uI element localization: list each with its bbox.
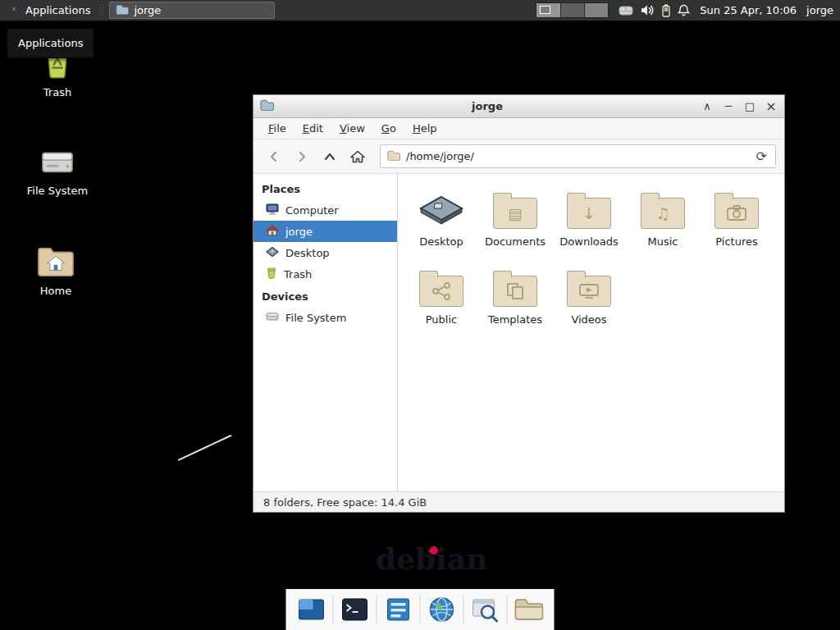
shade-button[interactable]: ∧ <box>701 100 714 113</box>
battery-icon[interactable] <box>662 4 670 17</box>
panel-clock[interactable]: Sun 25 Apr, 10:06 <box>700 4 797 16</box>
sidebar-item-trash[interactable]: Trash <box>253 263 397 285</box>
desktop-icon-home[interactable]: Home <box>16 240 95 297</box>
menu-file[interactable]: File <box>260 119 294 138</box>
devices-header: Devices <box>253 285 397 307</box>
sidebar-item-desktop[interactable]: Desktop <box>253 242 397 263</box>
file-folder-templates[interactable]: Templates <box>478 267 552 345</box>
menu-go[interactable]: Go <box>373 119 404 138</box>
file-grid: Desktop ▤ Documents ↓ Downloads ♫ Music <box>398 174 784 491</box>
dock-show-desktop-button[interactable] <box>293 589 331 630</box>
up-button[interactable] <box>317 144 342 169</box>
workspace-3[interactable] <box>584 3 608 17</box>
dock-terminal-button[interactable] <box>336 589 374 630</box>
home-folder-icon <box>36 240 75 279</box>
downloads-folder-icon: ↓ <box>567 189 611 231</box>
taskbar-window-button[interactable]: jorge <box>109 2 275 19</box>
top-panel: Applications jorge Sun 25 <box>0 0 840 21</box>
volume-icon[interactable] <box>641 4 655 16</box>
desktop-icon-label: File System <box>27 185 88 197</box>
sidebar-item-jorge[interactable]: jorge <box>253 221 397 242</box>
minimize-button[interactable]: ─ <box>722 100 735 113</box>
file-folder-pictures[interactable]: Pictures <box>700 189 774 267</box>
file-label: Public <box>426 313 457 326</box>
sidebar-item-label: Computer <box>285 204 339 217</box>
window-content: Places Computer jorge Desktop <box>253 174 784 491</box>
video-emblem-icon <box>578 283 600 299</box>
file-folder-downloads[interactable]: ↓ Downloads <box>552 189 626 267</box>
panel-username: jorge <box>806 4 833 16</box>
window-icon[interactable] <box>260 98 274 114</box>
templates-emblem-icon <box>505 282 525 300</box>
terminal-icon <box>340 595 370 624</box>
location-bar[interactable]: ⟳ <box>380 144 776 168</box>
back-button[interactable] <box>262 144 286 169</box>
statusbar: 8 folders, Free space: 14.4 GiB <box>253 491 784 512</box>
sidebar-item-computer[interactable]: Computer <box>253 199 397 221</box>
search-icon <box>471 595 500 624</box>
window-list-icon <box>385 595 413 624</box>
applications-tooltip-text: Applications <box>18 37 83 49</box>
workspace-switcher <box>536 2 609 18</box>
dock-separator <box>507 596 508 623</box>
file-folder-public[interactable]: Public <box>404 267 478 345</box>
window-titlebar[interactable]: jorge ∧ ─ □ × <box>253 95 784 118</box>
dock-file-manager-button[interactable] <box>510 589 548 630</box>
public-folder-icon <box>419 267 463 309</box>
dock-separator <box>463 596 464 623</box>
location-folder-icon <box>387 148 400 164</box>
applications-menu-button[interactable]: Applications <box>0 0 98 21</box>
sidebar-item-file-system[interactable]: File System <box>253 307 397 328</box>
touchpad-icon[interactable] <box>619 5 633 16</box>
maximize-button[interactable]: □ <box>743 100 756 113</box>
forward-button[interactable] <box>290 144 314 169</box>
dock-app-finder-button[interactable] <box>467 589 504 630</box>
file-folder-videos[interactable]: Videos <box>552 267 626 345</box>
menu-view[interactable]: View <box>331 119 373 138</box>
file-label: Desktop <box>419 235 463 248</box>
file-manager-window: jorge ∧ ─ □ × File Edit View Go Help <box>253 94 785 513</box>
dock-window-list-button[interactable] <box>380 589 418 630</box>
desktop-icon-file-system[interactable]: File System <box>18 139 97 197</box>
computer-icon <box>266 203 279 217</box>
file-label: Templates <box>488 313 542 326</box>
menu-help[interactable]: Help <box>404 119 445 138</box>
show-desktop-icon <box>297 595 326 624</box>
workspace-1[interactable] <box>536 3 560 17</box>
music-folder-icon: ♫ <box>641 189 685 231</box>
templates-folder-icon <box>493 267 537 309</box>
workspace-window-miniature <box>540 6 550 14</box>
side-pane: Places Computer jorge Desktop <box>253 174 398 491</box>
file-label: Pictures <box>715 235 757 248</box>
file-folder-music[interactable]: ♫ Music <box>626 189 700 267</box>
file-folder-desktop[interactable]: Desktop <box>404 189 478 267</box>
location-input[interactable] <box>406 150 749 162</box>
file-label: Videos <box>571 313 606 326</box>
menu-edit[interactable]: Edit <box>294 119 331 138</box>
sidebar-item-label: File System <box>285 312 346 324</box>
desktop-surface-icon <box>266 246 279 260</box>
downloads-emblem-icon: ↓ <box>582 206 596 221</box>
file-folder-documents[interactable]: ▤ Documents <box>478 189 552 267</box>
reload-icon[interactable]: ⟳ <box>755 150 769 163</box>
file-label: Documents <box>485 235 546 248</box>
home-button[interactable] <box>345 144 370 169</box>
toolbar: ⟳ <box>253 139 784 174</box>
notifications-bell-icon[interactable] <box>678 4 690 17</box>
file-label: Downloads <box>559 235 618 248</box>
dock-separator <box>333 596 334 623</box>
workspace-2[interactable] <box>560 3 584 17</box>
close-button[interactable]: × <box>765 100 778 113</box>
camera-emblem-icon <box>726 205 747 221</box>
menubar: File Edit View Go Help <box>253 118 784 139</box>
bottom-dock <box>286 589 555 630</box>
sidebar-item-label: Trash <box>284 268 312 281</box>
globe-icon <box>427 595 457 624</box>
panel-right-cluster: Sun 25 Apr, 10:06 jorge <box>536 2 840 18</box>
dock-separator <box>420 596 421 623</box>
dock-web-browser-button[interactable] <box>423 589 461 630</box>
drive-small-icon <box>266 312 279 324</box>
panel-separator <box>99 4 104 17</box>
documents-emblem-icon: ▤ <box>508 206 523 221</box>
videos-folder-icon <box>567 267 611 309</box>
